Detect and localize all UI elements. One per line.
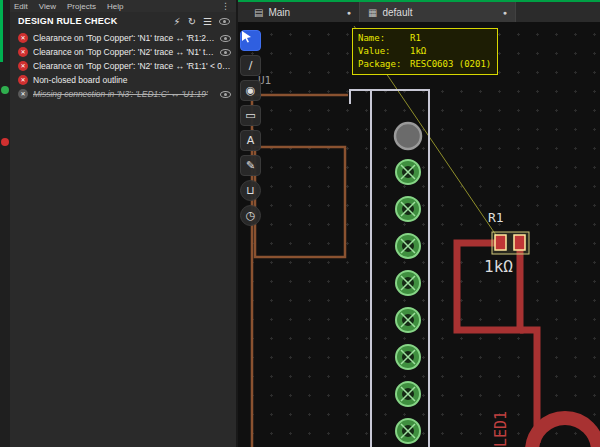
editor-tab-bar: ▤ Main ● ▦ default ● bbox=[238, 0, 600, 22]
visibility-eye-icon[interactable] bbox=[219, 18, 230, 25]
board-outline[interactable] bbox=[252, 95, 348, 447]
drc-error-list: ✕ Clearance on 'Top Copper': 'N1' trace … bbox=[10, 30, 236, 101]
board-icon: ▦ bbox=[368, 7, 377, 18]
pad[interactable] bbox=[396, 419, 420, 443]
pad[interactable] bbox=[396, 271, 420, 295]
ignored-error-icon: ✕ bbox=[18, 89, 28, 99]
menu-bar: Edit View Projects Help ⋮ bbox=[10, 0, 236, 12]
pour-tool[interactable]: ⊔ bbox=[240, 180, 261, 201]
left-pane: Edit View Projects Help ⋮ DESIGN RULE CH… bbox=[10, 0, 238, 447]
pcb-canvas[interactable]: U1 R1 1kΩ LED1 / ◉ ▭ A ✎ ⊔ ◷ bbox=[238, 22, 600, 447]
pad[interactable] bbox=[396, 345, 420, 369]
error-icon: ✕ bbox=[18, 75, 28, 85]
pad[interactable] bbox=[396, 234, 420, 258]
menu-item-help[interactable]: Help bbox=[107, 2, 123, 11]
visibility-eye-icon[interactable] bbox=[220, 35, 231, 42]
menu-item-projects[interactable]: Projects bbox=[67, 2, 96, 11]
drc-error-text: Clearance on 'Top Copper': 'N2' trace ↔ … bbox=[33, 47, 215, 57]
drc-error-text: Non-closed board outline bbox=[33, 75, 231, 85]
select-tool[interactable] bbox=[240, 30, 261, 51]
pad[interactable] bbox=[396, 160, 420, 184]
menu-overflow-icon[interactable]: ⋮ bbox=[221, 1, 230, 11]
drc-error-row-ignored[interactable]: ✕ Missing connection in 'N3': 'LED1:C' ↔… bbox=[10, 87, 236, 101]
text-tool[interactable]: A bbox=[240, 130, 261, 151]
pad[interactable] bbox=[396, 382, 420, 406]
run-checks-icon[interactable]: ⚡ bbox=[174, 16, 181, 27]
error-icon: ✕ bbox=[18, 33, 28, 43]
error-icon: ✕ bbox=[18, 61, 28, 71]
cursor-arrow-icon bbox=[240, 30, 253, 43]
refresh-icon[interactable]: ↻ bbox=[188, 16, 196, 27]
tooltip-name-label: Name: bbox=[358, 32, 410, 45]
drc-toolbar: ⚡ ↻ ☰ bbox=[174, 16, 230, 27]
visibility-eye-icon[interactable] bbox=[220, 49, 231, 56]
measure-tool[interactable]: ◷ bbox=[240, 205, 261, 226]
tab-label: default bbox=[382, 7, 412, 18]
r1-footprint[interactable] bbox=[492, 232, 529, 254]
r1-refdes-label: R1 bbox=[488, 210, 504, 225]
tooltip-value-value: 1kΩ bbox=[410, 45, 426, 58]
component-tooltip: Name: R1 Value: 1kΩ Package: RESC0603 (0… bbox=[352, 28, 498, 75]
tooltip-package-label: Package: bbox=[358, 58, 410, 71]
pad[interactable] bbox=[396, 308, 420, 332]
tab-close-icon[interactable]: ● bbox=[495, 9, 507, 16]
u1-pads[interactable] bbox=[396, 160, 420, 443]
application-window: Edit View Projects Help ⋮ DESIGN RULE CH… bbox=[0, 0, 600, 447]
via-tool[interactable]: ◉ bbox=[240, 80, 261, 101]
drc-error-row[interactable]: ✕ Clearance on 'Top Copper': 'N2' trace … bbox=[10, 59, 236, 73]
drc-panel-title: DESIGN RULE CHECK bbox=[18, 16, 174, 26]
menu-item-edit[interactable]: Edit bbox=[14, 2, 28, 11]
drc-header: DESIGN RULE CHECK ⚡ ↻ ☰ bbox=[10, 12, 236, 30]
mounting-hole[interactable] bbox=[395, 123, 421, 149]
drc-error-row[interactable]: ✕ Clearance on 'Top Copper': 'N2' trace … bbox=[10, 45, 236, 59]
drc-panel: DESIGN RULE CHECK ⚡ ↻ ☰ ✕ Clearance on '… bbox=[10, 12, 236, 101]
r1-value-label: 1kΩ bbox=[484, 257, 513, 276]
led1-pad[interactable] bbox=[532, 418, 598, 447]
tooltip-name-value: R1 bbox=[410, 32, 421, 45]
pcb-drawing: U1 R1 1kΩ LED1 bbox=[238, 22, 600, 447]
error-indicator-icon[interactable] bbox=[1, 138, 9, 146]
visibility-eye-icon[interactable] bbox=[220, 91, 231, 98]
drc-error-row[interactable]: ✕ Non-closed board outline bbox=[10, 73, 236, 87]
check-indicator-icon[interactable] bbox=[1, 86, 9, 94]
error-icon: ✕ bbox=[18, 47, 28, 57]
drc-error-row[interactable]: ✕ Clearance on 'Top Copper': 'N1' trace … bbox=[10, 31, 236, 45]
led1-refdes-label: LED1 bbox=[492, 411, 510, 447]
tool-palette: / ◉ ▭ A ✎ ⊔ ◷ bbox=[240, 30, 261, 226]
tooltip-value-label: Value: bbox=[358, 45, 410, 58]
tooltip-package-value: RESC0603 (0201) bbox=[410, 58, 491, 71]
tab-main[interactable]: ▤ Main ● bbox=[246, 2, 360, 22]
drc-error-text: Missing connection in 'N3': 'LED1:C' ↔ '… bbox=[33, 89, 215, 99]
image-icon: ▤ bbox=[254, 7, 263, 18]
line-tool[interactable]: / bbox=[240, 55, 261, 76]
tab-default[interactable]: ▦ default ● bbox=[360, 2, 516, 22]
drc-error-text: Clearance on 'Top Copper': 'N1' trace ↔ … bbox=[33, 33, 215, 43]
left-rail bbox=[0, 0, 10, 447]
editor-pane: ▤ Main ● ▦ default ● bbox=[238, 0, 600, 447]
drc-error-text: Clearance on 'Top Copper': 'N2' trace ↔ … bbox=[33, 61, 231, 71]
tab-close-icon[interactable]: ● bbox=[339, 9, 351, 16]
pad[interactable] bbox=[396, 197, 420, 221]
rail-accent-bar bbox=[0, 0, 3, 62]
menu-item-view[interactable]: View bbox=[39, 2, 56, 11]
rect-tool[interactable]: ▭ bbox=[240, 105, 261, 126]
filter-icon[interactable]: ☰ bbox=[203, 16, 212, 27]
tab-label: Main bbox=[268, 7, 290, 18]
draw-tool[interactable]: ✎ bbox=[240, 155, 261, 176]
